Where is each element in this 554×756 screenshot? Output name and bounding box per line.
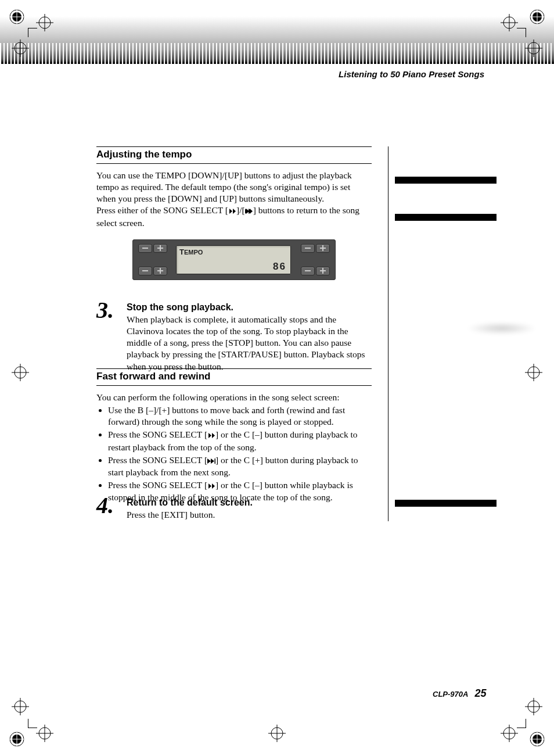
svg-point-27 (530, 732, 544, 746)
svg-point-24 (39, 728, 51, 739)
crop-tick (28, 719, 28, 728)
step-heading-3: Stop the song playback. (127, 302, 372, 313)
rewind-icon (228, 205, 236, 217)
registration-mark (525, 364, 542, 381)
para-tempo-2b: ]/[ (236, 205, 245, 215)
registration-mark (268, 725, 286, 742)
footer-page-number: 25 (475, 687, 487, 699)
ffrw-intro: You can perform the following operations… (96, 392, 340, 402)
margin-marker (395, 214, 497, 221)
ffrw-bullet-1: Use the B [–]/[+] buttons to move back a… (108, 404, 372, 428)
crop-tick (28, 728, 37, 728)
lcd-button-minus (301, 244, 315, 253)
lcd-panel-illustration: TEMPO 86 (132, 239, 336, 280)
registration-mark (12, 698, 29, 715)
footer-model: CLP-970A (433, 690, 468, 698)
lcd-button-minus (138, 244, 152, 253)
forward-icon (245, 205, 253, 217)
forward-icon (207, 455, 215, 467)
svg-point-43 (528, 701, 539, 712)
step-number-3: 3. (96, 299, 114, 322)
registration-mark (525, 698, 542, 715)
margin-marker (395, 177, 497, 184)
registration-mark (501, 725, 518, 742)
crop-tick (517, 728, 526, 728)
svg-point-46 (271, 728, 283, 739)
lcd-button-plus (316, 267, 330, 275)
lcd-button-plus (153, 244, 167, 253)
lcd-button-plus (153, 267, 167, 275)
step-heading-4: Return to the default screen. (127, 497, 372, 508)
lcd-button-plus (316, 244, 330, 253)
lcd-screen: TEMPO 86 (176, 245, 291, 274)
registration-mark (36, 725, 53, 742)
svg-point-40 (15, 701, 26, 712)
column-separator (388, 146, 388, 521)
section-body-ffrw: You can perform the following operations… (96, 392, 372, 503)
para-tempo-1: You can use the TEMPO [DOWN]/[UP] button… (96, 170, 352, 203)
lcd-button-minus (301, 267, 315, 275)
svg-point-21 (12, 734, 21, 744)
section-body-tempo: You can use the TEMPO [DOWN]/[UP] button… (96, 170, 372, 229)
page-header-gradient-stripes (0, 43, 554, 64)
artifact-smudge (467, 322, 537, 335)
page-footer: CLP-970A 25 (433, 687, 487, 700)
breadcrumb: Listening to 50 Piano Preset Songs (339, 69, 484, 79)
svg-point-20 (10, 732, 24, 746)
margin-marker (395, 500, 497, 507)
svg-point-31 (503, 728, 515, 739)
step-text-3: When playback is complete, it automatica… (127, 314, 372, 372)
registration-mark (528, 730, 546, 748)
ffrw-bullet-3: Press the SONG SELECT [] or the C [+] bu… (108, 454, 372, 478)
lcd-label: TEMPO (179, 248, 203, 256)
ffrw-bullet-2: Press the SONG SELECT [] or the C [–] bu… (108, 429, 372, 453)
svg-point-17 (528, 367, 539, 378)
step-number-4: 4. (96, 494, 114, 517)
svg-point-14 (15, 367, 26, 378)
para-tempo-2a: Press either of the SONG SELECT [ (96, 205, 228, 215)
section-heading-ffrw: Fast forward and rewind (96, 368, 372, 386)
registration-mark (12, 364, 29, 381)
rewind-icon (207, 480, 215, 492)
step-text-4: Press the [EXIT] button. (127, 509, 372, 521)
svg-point-28 (533, 734, 542, 744)
rewind-icon (207, 429, 215, 441)
lcd-button-minus (138, 267, 152, 275)
lcd-value: 86 (273, 261, 286, 273)
crop-tick (526, 719, 526, 728)
section-heading-tempo: Adjusting the tempo (96, 146, 372, 164)
registration-mark (8, 730, 26, 748)
